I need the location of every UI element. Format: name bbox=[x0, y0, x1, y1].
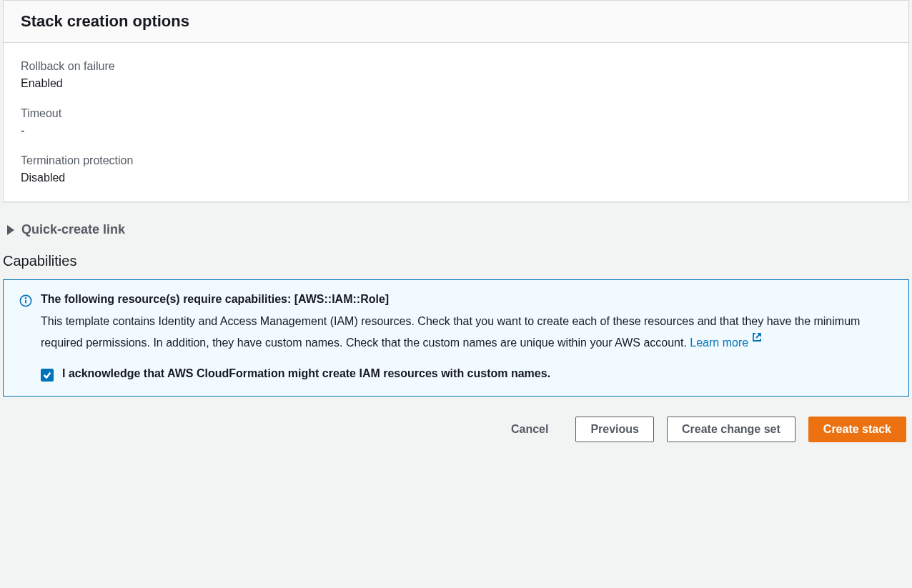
learn-more-link[interactable]: Learn more bbox=[690, 337, 763, 349]
previous-button[interactable]: Previous bbox=[575, 417, 654, 442]
termination-value: Disabled bbox=[21, 171, 891, 184]
stack-options-title: Stack creation options bbox=[21, 12, 891, 31]
timeout-field: Timeout - bbox=[21, 107, 891, 137]
termination-field: Termination protection Disabled bbox=[21, 154, 891, 184]
rollback-label: Rollback on failure bbox=[21, 60, 891, 73]
learn-more-text: Learn more bbox=[690, 337, 748, 349]
timeout-label: Timeout bbox=[21, 107, 891, 120]
quick-create-label: Quick-create link bbox=[21, 222, 125, 237]
info-icon bbox=[19, 294, 32, 380]
create-change-set-button[interactable]: Create change set bbox=[667, 417, 795, 442]
caret-right-icon bbox=[7, 225, 14, 235]
capabilities-heading: Capabilities bbox=[3, 253, 909, 269]
rollback-field: Rollback on failure Enabled bbox=[21, 60, 891, 90]
quick-create-expand[interactable]: Quick-create link bbox=[3, 222, 909, 237]
cancel-button[interactable]: Cancel bbox=[497, 417, 562, 442]
capabilities-alert: The following resource(s) require capabi… bbox=[3, 279, 909, 397]
acknowledge-checkbox[interactable] bbox=[41, 369, 54, 382]
termination-label: Termination protection bbox=[21, 154, 891, 167]
footer-actions: Cancel Previous Create change set Create… bbox=[3, 417, 909, 442]
stack-options-header: Stack creation options bbox=[4, 1, 908, 43]
timeout-value: - bbox=[21, 124, 891, 137]
acknowledge-label: I acknowledge that AWS CloudFormation mi… bbox=[62, 367, 550, 380]
alert-description: This template contains Identity and Acce… bbox=[41, 313, 893, 352]
svg-point-2 bbox=[26, 298, 26, 299]
external-link-icon bbox=[751, 331, 763, 349]
stack-options-card: Stack creation options Rollback on failu… bbox=[3, 0, 909, 202]
rollback-value: Enabled bbox=[21, 77, 891, 90]
create-stack-button[interactable]: Create stack bbox=[808, 417, 906, 442]
alert-title: The following resource(s) require capabi… bbox=[41, 293, 893, 306]
